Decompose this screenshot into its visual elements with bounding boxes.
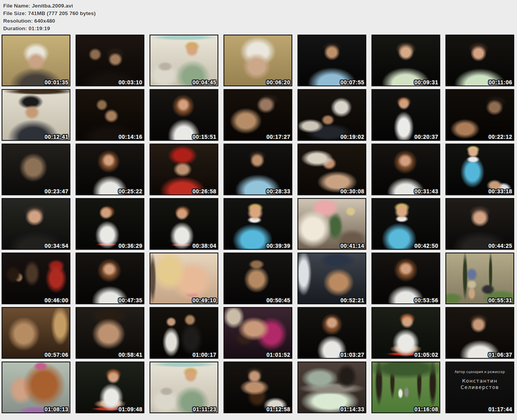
timestamp-label: 00:20:37 xyxy=(414,134,438,140)
timestamp-label: 00:01:35 xyxy=(45,79,68,86)
timestamp-label: 01:16:08 xyxy=(414,406,438,412)
timestamp-label: 00:28:33 xyxy=(266,188,290,194)
video-thumbnail-43: 01:08:13 xyxy=(2,362,70,413)
timestamp-label: 00:30:08 xyxy=(340,188,364,194)
credits-line-3: Селиверстов xyxy=(446,384,513,391)
video-thumbnail-6: 00:09:31 xyxy=(371,35,440,86)
video-thumbnail-27: 00:42:50 xyxy=(371,198,440,250)
video-thumbnail-49: Автор сценария и режиссерКонстантинСелив… xyxy=(445,362,514,413)
contact-sheet: { "header": { "lines": [ "File Name: Jen… xyxy=(0,0,517,420)
timestamp-label: 00:39:39 xyxy=(266,243,290,249)
video-thumbnail-11: 00:17:27 xyxy=(224,89,292,141)
timestamp-label: 00:42:50 xyxy=(414,243,438,249)
timestamp-label: 00:57:06 xyxy=(45,352,68,358)
video-thumbnail-9: 00:14:16 xyxy=(76,89,144,141)
video-thumbnail-41: 01:05:02 xyxy=(371,307,440,359)
timestamp-label: 00:38:04 xyxy=(192,243,216,249)
video-thumbnail-30: 00:47:35 xyxy=(76,253,144,304)
credits-line-2: Константин xyxy=(446,378,513,384)
video-thumbnail-48: 01:16:08 xyxy=(371,362,440,413)
timestamp-label: 01:11:23 xyxy=(193,406,216,412)
timestamp-label: 00:11:06 xyxy=(489,79,512,86)
video-thumbnail-40: 01:03:27 xyxy=(297,307,366,359)
timestamp-label: 00:12:41 xyxy=(45,134,68,140)
video-thumbnail-39: 01:01:52 xyxy=(224,307,292,359)
timestamp-label: 00:14:16 xyxy=(119,134,142,140)
file-name-line: File Name: Jenitba.2009.avi xyxy=(3,2,96,10)
timestamp-label: 01:12:58 xyxy=(266,406,290,412)
timestamp-label: 00:33:18 xyxy=(488,188,512,194)
file-info-header: File Name: Jenitba.2009.avi File Size: 7… xyxy=(3,2,96,32)
video-thumbnail-14: 00:22:12 xyxy=(445,89,514,141)
timestamp-label: 01:17:44 xyxy=(488,406,512,412)
video-thumbnail-8: 00:12:41 xyxy=(2,89,70,141)
timestamp-label: 00:44:25 xyxy=(488,243,512,249)
video-thumbnail-19: 00:30:08 xyxy=(297,144,366,195)
timestamp-label: 01:06:37 xyxy=(488,352,512,358)
timestamp-label: 00:36:29 xyxy=(119,243,142,249)
timestamp-label: 00:17:27 xyxy=(266,134,290,140)
video-thumbnail-42: 01:06:37 xyxy=(445,307,514,359)
video-thumbnail-3: 00:04:45 xyxy=(150,35,218,86)
timestamp-label: 00:15:51 xyxy=(192,134,216,140)
credits-text: Автор сценария и режиссерКонстантинСелив… xyxy=(446,362,513,412)
timestamp-label: 00:49:10 xyxy=(192,297,216,303)
timestamp-label: 01:08:13 xyxy=(45,406,68,412)
timestamp-label: 00:23:47 xyxy=(45,188,68,194)
video-thumbnail-5: 00:07:55 xyxy=(297,35,366,86)
resolution-line: Resolution: 640x480 xyxy=(3,17,96,25)
video-thumbnail-22: 00:34:54 xyxy=(2,198,70,250)
video-thumbnail-34: 00:53:56 xyxy=(371,253,440,304)
video-thumbnail-46: 01:12:58 xyxy=(224,362,292,413)
timestamp-label: 01:00:17 xyxy=(192,352,216,358)
timestamp-label: 01:01:52 xyxy=(266,352,290,358)
video-thumbnail-29: 00:46:00 xyxy=(2,253,70,304)
timestamp-label: 00:47:35 xyxy=(119,297,142,303)
timestamp-label: 00:55:31 xyxy=(488,297,512,303)
timestamp-label: 00:04:45 xyxy=(192,79,216,86)
video-thumbnail-36: 00:57:06 xyxy=(2,307,70,359)
timestamp-label: 00:41:14 xyxy=(340,243,364,249)
timestamp-label: 01:05:02 xyxy=(414,352,438,358)
timestamp-label: 00:06:20 xyxy=(266,79,290,86)
video-thumbnail-47: 01:14:33 xyxy=(297,362,366,413)
video-thumbnail-7: 00:11:06 xyxy=(445,35,514,86)
timestamp-label: 00:19:02 xyxy=(340,134,364,140)
timestamp-label: 01:09:48 xyxy=(119,406,142,412)
timestamp-label: 00:31:43 xyxy=(414,188,438,194)
timestamp-label: 00:07:55 xyxy=(340,79,364,86)
timestamp-label: 00:53:56 xyxy=(414,297,438,303)
video-thumbnail-4: 00:06:20 xyxy=(224,35,292,86)
timestamp-label: 00:22:12 xyxy=(488,134,512,140)
duration-line: Duration: 01:19:19 xyxy=(3,25,96,32)
thumbnail-grid: 00:01:3500:03:1000:04:4500:06:2000:07:55… xyxy=(2,35,514,413)
video-thumbnail-37: 00:58:41 xyxy=(76,307,144,359)
video-thumbnail-1: 00:01:35 xyxy=(2,35,70,86)
video-thumbnail-2: 00:03:10 xyxy=(76,35,144,86)
timestamp-label: 00:26:58 xyxy=(192,188,216,194)
video-thumbnail-32: 00:50:45 xyxy=(224,253,292,304)
timestamp-label: 00:46:00 xyxy=(45,297,68,303)
file-size-line: File Size: 741MB (777 205 760 bytes) xyxy=(3,10,96,17)
timestamp-label: 00:09:31 xyxy=(414,79,438,86)
video-thumbnail-45: 01:11:23 xyxy=(150,362,218,413)
timestamp-label: 01:03:27 xyxy=(340,352,364,358)
timestamp-label: 00:58:41 xyxy=(119,352,142,358)
video-thumbnail-44: 01:09:48 xyxy=(76,362,144,413)
timestamp-label: 00:50:45 xyxy=(266,297,290,303)
video-thumbnail-38: 01:00:17 xyxy=(150,307,218,359)
timestamp-label: 00:03:10 xyxy=(119,79,142,86)
video-thumbnail-24: 00:38:04 xyxy=(150,198,218,250)
video-thumbnail-35: 00:55:31 xyxy=(445,253,514,304)
video-thumbnail-12: 00:19:02 xyxy=(297,89,366,141)
video-thumbnail-16: 00:25:22 xyxy=(76,144,144,195)
video-thumbnail-18: 00:28:33 xyxy=(224,144,292,195)
video-thumbnail-17: 00:26:58 xyxy=(150,144,218,195)
video-thumbnail-10: 00:15:51 xyxy=(150,89,218,141)
video-thumbnail-31: 00:49:10 xyxy=(150,253,218,304)
timestamp-label: 00:25:22 xyxy=(119,188,142,194)
timestamp-label: 01:14:33 xyxy=(340,406,364,412)
video-thumbnail-33: 00:52:21 xyxy=(297,253,366,304)
video-thumbnail-25: 00:39:39 xyxy=(224,198,292,250)
video-thumbnail-20: 00:31:43 xyxy=(371,144,440,195)
